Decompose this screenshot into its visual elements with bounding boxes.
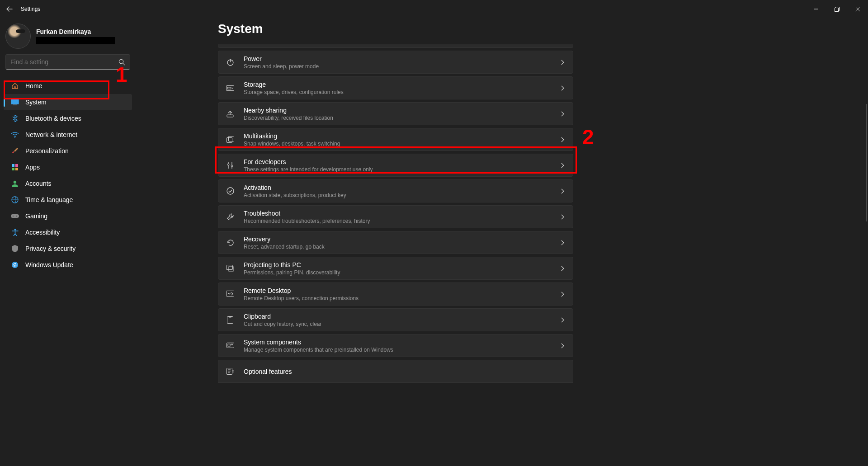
nav-label: Home (25, 82, 42, 89)
nav-network[interactable]: Network & internet (4, 127, 132, 143)
card-sub: Snap windows, desktops, task switching (244, 140, 561, 147)
brush-icon (11, 147, 19, 155)
nav-accessibility[interactable]: Accessibility (4, 224, 132, 240)
card-clipboard[interactable]: ClipboardCut and copy history, sync, cle… (218, 308, 573, 331)
power-icon (226, 58, 235, 67)
search-input[interactable] (10, 58, 118, 66)
svg-rect-3 (13, 105, 17, 105)
svg-rect-22 (228, 137, 234, 141)
profile-block[interactable]: Furkan Demirkaya (0, 22, 136, 54)
nav-home[interactable]: Home (4, 78, 132, 94)
nav-apps[interactable]: Apps (4, 159, 132, 175)
card-sub: Activation state, subscriptions, product… (244, 192, 561, 199)
accessibility-icon (11, 228, 19, 236)
card-title: System components (244, 338, 561, 346)
card-troubleshoot[interactable]: TroubleshootRecommended troubleshooters,… (218, 205, 573, 228)
nav-privacy[interactable]: Privacy & security (4, 240, 132, 257)
window-controls (806, 0, 868, 18)
svg-point-15 (12, 262, 18, 268)
card-remote-desktop[interactable]: Remote DesktopRemote Desktop users, conn… (218, 282, 573, 306)
maximize-button[interactable] (826, 0, 847, 18)
card-projecting[interactable]: Projecting to this PCPermissions, pairin… (218, 257, 573, 280)
projecting-icon (226, 264, 235, 273)
scrollbar-thumb[interactable] (866, 104, 867, 221)
svg-rect-32 (228, 344, 230, 346)
chevron-right-icon (561, 317, 565, 323)
person-icon (11, 179, 19, 188)
chevron-right-icon (561, 188, 565, 194)
card-title: Troubleshoot (244, 209, 561, 217)
nav-gaming[interactable]: Gaming (4, 208, 132, 224)
card-title: Recovery (244, 235, 561, 243)
main: System PowerScreen and sleep, power mode… (136, 18, 868, 466)
chevron-right-icon (561, 343, 565, 348)
nav-label: Network & internet (25, 131, 77, 138)
nav-personalization[interactable]: Personalization (4, 143, 132, 159)
components-icon (226, 341, 235, 350)
svg-rect-18 (227, 87, 231, 89)
window-title: Settings (21, 6, 40, 12)
nav-label: Time & language (25, 196, 73, 203)
nav-accounts[interactable]: Accounts (4, 175, 132, 192)
page-title: System (218, 18, 868, 44)
back-button[interactable] (6, 6, 13, 12)
svg-point-12 (13, 216, 14, 217)
nav-label: Personalization (25, 147, 69, 155)
card-nearby-sharing[interactable]: Nearby sharingDiscoverability, received … (218, 102, 573, 125)
chevron-right-icon (561, 214, 565, 220)
svg-rect-29 (227, 317, 233, 324)
nav-label: Bluetooth & devices (25, 115, 81, 122)
card-title: Clipboard (244, 312, 561, 320)
svg-point-9 (14, 180, 16, 183)
card-for-developers[interactable]: For developersThese settings are intende… (218, 154, 573, 177)
nav-update[interactable]: Windows Update (4, 257, 132, 273)
card-title: Storage (244, 80, 561, 89)
card-title: Projecting to this PC (244, 261, 561, 269)
share-icon (226, 109, 235, 118)
system-icon (11, 98, 19, 106)
minimize-button[interactable] (806, 0, 826, 18)
card-optional-features[interactable]: Optional features (218, 360, 573, 383)
chevron-right-icon (561, 60, 565, 65)
card-title: Multitasking (244, 132, 561, 140)
svg-rect-27 (228, 267, 234, 271)
nav-time[interactable]: Time & language (4, 192, 132, 208)
svg-point-1 (119, 59, 123, 63)
card-sub: Permissions, pairing PIN, discoverabilit… (244, 269, 561, 276)
multitask-icon (226, 135, 235, 144)
home-icon (11, 82, 19, 90)
close-button[interactable] (847, 0, 868, 18)
svg-rect-6 (15, 164, 18, 167)
nav-bluetooth[interactable]: Bluetooth & devices (4, 110, 132, 127)
card-sliver-top[interactable] (218, 44, 573, 48)
card-system-components[interactable]: System componentsManage system component… (218, 334, 573, 357)
card-power[interactable]: PowerScreen and sleep, power mode (218, 51, 573, 74)
search-box[interactable] (5, 54, 130, 70)
wrench-icon (226, 212, 235, 221)
nav-label: Accessibility (25, 229, 60, 236)
nav-label: Privacy & security (25, 245, 75, 252)
card-activation[interactable]: ActivationActivation state, subscription… (218, 179, 573, 202)
chevron-right-icon (561, 240, 565, 245)
card-title: Remote Desktop (244, 287, 561, 295)
card-multitasking[interactable]: MultitaskingSnap windows, desktops, task… (218, 128, 573, 151)
card-sub: Storage space, drives, configuration rul… (244, 89, 561, 96)
svg-point-4 (14, 137, 15, 138)
nav-label: Apps (25, 164, 40, 171)
nav: Home System Bluetooth & devices Network … (0, 78, 136, 273)
nav-system[interactable]: System (4, 94, 132, 110)
card-sub: Screen and sleep, power mode (244, 63, 561, 70)
chevron-right-icon (561, 292, 565, 297)
sidebar: Furkan Demirkaya Home System Bluetooth &… (0, 18, 136, 273)
card-storage[interactable]: StorageStorage space, drives, configurat… (218, 76, 573, 99)
card-sub: Reset, advanced startup, go back (244, 243, 561, 250)
svg-rect-21 (226, 138, 232, 143)
gamepad-icon (11, 212, 19, 220)
scrollbar[interactable] (865, 45, 867, 457)
chevron-right-icon (561, 137, 565, 142)
svg-point-19 (232, 88, 233, 89)
svg-point-14 (14, 229, 16, 231)
card-recovery[interactable]: RecoveryReset, advanced startup, go back (218, 231, 573, 254)
card-sub: Recommended troubleshooters, preferences… (244, 217, 561, 225)
chevron-right-icon (561, 266, 565, 271)
